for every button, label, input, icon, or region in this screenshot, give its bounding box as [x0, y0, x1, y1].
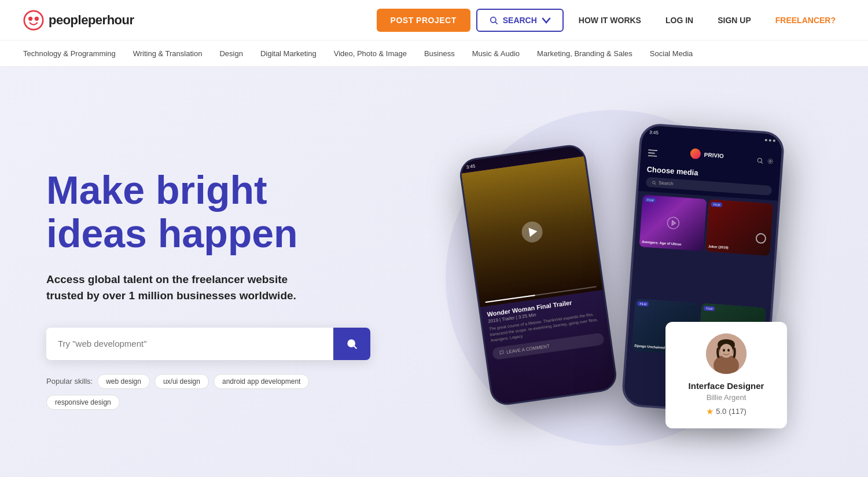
svg-point-5 — [348, 340, 355, 347]
movie-card-avengers: FILM Avengers: Age of Ultron — [639, 195, 707, 251]
hero-search-button[interactable] — [333, 328, 370, 360]
phones-mockup: 3:45 — [440, 116, 787, 440]
nav-item-music[interactable]: Music & Audio — [472, 47, 520, 60]
nav-item-design[interactable]: Design — [219, 47, 242, 60]
phone-mockup-1: 3:45 — [458, 142, 619, 406]
svg-point-1 — [28, 16, 32, 20]
freelancer-button[interactable]: FREELANCER? — [766, 10, 845, 31]
hero-title: Make bright ideas happen — [46, 168, 405, 255]
svg-rect-9 — [648, 155, 657, 156]
svg-point-23 — [723, 348, 725, 351]
popular-skills: Popular skills: web design ux/ui design … — [46, 374, 405, 389]
nav-item-business[interactable]: Business — [424, 47, 455, 60]
profile-card: Interface Designer Billie Argent ★ 5.0 (… — [665, 322, 787, 428]
logo[interactable]: peopleperhour — [23, 10, 134, 31]
svg-rect-8 — [648, 152, 655, 153]
svg-point-22 — [720, 344, 733, 358]
how-it-works-link[interactable]: HOW IT WORKS — [569, 10, 650, 31]
popular-label: Popular skills: — [46, 377, 93, 386]
popular-skills-row2: responsive design — [46, 395, 405, 410]
login-button[interactable]: LOG IN — [656, 10, 703, 31]
svg-point-12 — [770, 160, 771, 162]
header: peopleperhour POST PROJECT SEARCH HOW IT… — [0, 0, 868, 41]
hero-visual: 3:45 — [405, 101, 822, 454]
post-project-button[interactable]: POST PROJECT — [377, 9, 470, 32]
movie-card-joker: FILM Joker (2019) — [705, 199, 773, 256]
hero-content: Make bright ideas happen Access global t… — [46, 101, 405, 454]
svg-point-13 — [768, 159, 773, 164]
svg-line-11 — [761, 162, 763, 163]
hero-search-box — [46, 328, 370, 360]
nav-item-technology[interactable]: Technology & Programming — [23, 47, 116, 60]
svg-marker-17 — [672, 221, 676, 225]
nav-item-marketing[interactable]: Marketing, Branding & Sales — [537, 47, 632, 60]
avatar-image — [706, 333, 746, 374]
nav-item-digital-marketing[interactable]: Digital Marketing — [260, 47, 317, 60]
hero-section: Make bright ideas happen Access global t… — [0, 67, 868, 477]
nav-item-writing[interactable]: Writing & Translation — [133, 47, 203, 60]
search-icon — [346, 338, 358, 350]
skill-tag-uxui[interactable]: ux/ui design — [155, 374, 209, 389]
skill-tag-responsive[interactable]: responsive design — [46, 395, 120, 410]
svg-point-2 — [35, 16, 39, 20]
svg-point-14 — [652, 181, 655, 184]
hero-subtitle: Access global talent on the freelancer w… — [46, 271, 324, 304]
category-nav: Technology & Programming Writing & Trans… — [0, 41, 868, 67]
search-button[interactable]: SEARCH — [476, 9, 564, 32]
skill-tag-android[interactable]: android app development — [214, 374, 309, 389]
profile-rating: ★ 5.0 (117) — [706, 406, 746, 417]
avatar — [706, 333, 746, 374]
signup-button[interactable]: SIGN UP — [708, 10, 760, 31]
svg-point-10 — [757, 158, 762, 162]
svg-point-3 — [490, 17, 495, 22]
nav-item-video[interactable]: Video, Photo & Image — [334, 47, 407, 60]
logo-icon — [23, 10, 44, 31]
hero-search-input[interactable] — [46, 328, 333, 359]
chevron-down-icon — [542, 16, 551, 25]
header-actions: POST PROJECT SEARCH HOW IT WORKS LOG IN … — [377, 9, 845, 32]
profile-name: Billie Argent — [707, 393, 746, 402]
star-icon: ★ — [706, 406, 713, 417]
search-icon — [489, 16, 498, 25]
svg-rect-7 — [648, 149, 657, 151]
svg-line-6 — [354, 346, 357, 349]
nav-item-social[interactable]: Social Media — [650, 47, 693, 60]
logo-text: peopleperhour — [49, 13, 134, 28]
svg-line-4 — [495, 22, 498, 24]
svg-point-24 — [727, 348, 730, 351]
svg-point-0 — [24, 10, 43, 29]
profile-role: Interface Designer — [689, 381, 764, 391]
skill-tag-web-design[interactable]: web design — [97, 374, 150, 389]
